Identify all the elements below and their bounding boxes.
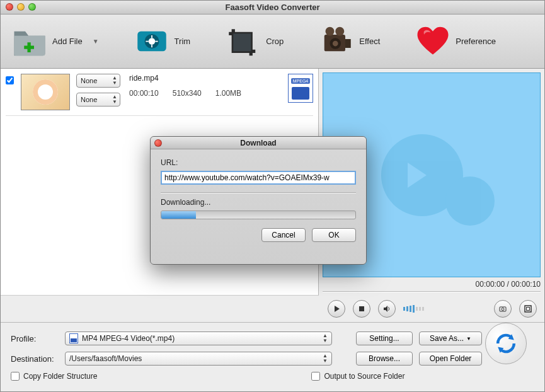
dialog-titlebar: Download (151, 137, 366, 149)
status-label: Downloading... (161, 198, 356, 207)
dialog-close-icon[interactable] (154, 139, 162, 147)
url-label: URL: (161, 158, 356, 167)
progress-bar (161, 210, 356, 219)
cancel-button[interactable]: Cancel (261, 228, 306, 242)
ok-button[interactable]: OK (312, 228, 356, 242)
url-input[interactable] (161, 171, 356, 185)
download-dialog: Download URL: Downloading... Cancel OK (150, 136, 367, 265)
dialog-backdrop: Download URL: Downloading... Cancel OK (0, 0, 545, 392)
